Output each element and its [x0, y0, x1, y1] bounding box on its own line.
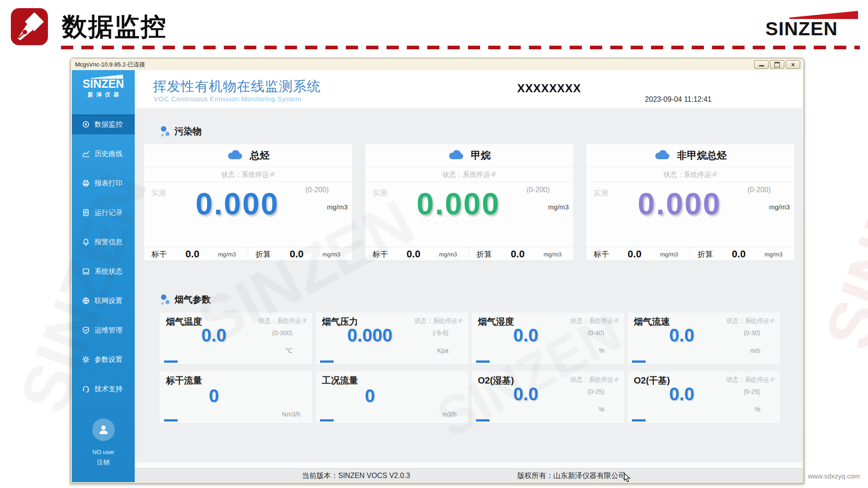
- parameter-value: 0.0: [627, 384, 736, 404]
- maximize-icon: [774, 62, 780, 67]
- pollutant-subvalue: 标干 0.0 mg/m3: [144, 247, 248, 261]
- sidebar-item-label: 系统状态: [94, 267, 123, 276]
- subvalue-unit: mg/m3: [543, 251, 561, 258]
- vnc-client-area: SINZEN 新泽仪器 数据监控历史曲线报表打印运行记录报警信息系统状态联网设置…: [72, 70, 802, 482]
- subvalue-number: 0.0: [185, 248, 199, 260]
- app-title: 挥发性有机物在线监测系统: [153, 77, 321, 96]
- page-title: 数据监控: [62, 10, 167, 44]
- sidebar-item-support[interactable]: 技术支持: [72, 379, 135, 399]
- pollutant-subvalue: 标干 0.0 mg/m3: [365, 247, 469, 261]
- window-title: McgsVnc-10.9.85.2-已连接: [75, 61, 145, 69]
- sidebar-item-monitor[interactable]: 数据监控: [72, 114, 135, 134]
- flue-gas-card: 标干流量0 Nm3/h: [160, 371, 312, 423]
- card-accent-dash: [476, 360, 490, 363]
- subvalue-label: 折算: [476, 249, 492, 260]
- close-button[interactable]: ×: [786, 60, 800, 69]
- pollutant-section-header: 污染物: [160, 125, 202, 137]
- pollutant-card: 非甲烷总烃 状态：系统停运-F 实测 (0-200) 0.000 mg/m3 标…: [586, 144, 794, 261]
- pollutant-subvalue: 折算 0.0 mg/m3: [469, 247, 573, 261]
- parameter-value: 0: [316, 386, 424, 406]
- pollutant-section-title: 污染物: [175, 125, 202, 137]
- pollutant-card-body: 实测 (0-200) 0.000 mg/m3: [586, 182, 794, 247]
- monitor-icon: [82, 120, 90, 128]
- range-label: (0-25): [588, 388, 604, 395]
- parameter-unit: Nm3/h: [282, 411, 301, 418]
- parameter-unit: m3/h: [443, 411, 457, 418]
- pollutant-name: 非甲烷总烃: [677, 149, 727, 162]
- website-link[interactable]: www.sdxzyq.com: [808, 472, 860, 480]
- card-accent-dash: [164, 360, 178, 363]
- subvalue-unit: mg/m3: [439, 251, 457, 258]
- pollutant-card-footer: 标干 0.0 mg/m3 折算 0.0 mg/m3: [365, 247, 573, 261]
- status-text: 状态：系统停运-F: [144, 167, 352, 182]
- mouse-cursor: [624, 473, 631, 484]
- logout-button[interactable]: 注销: [72, 459, 135, 467]
- sidebar-item-history-curve[interactable]: 历史曲线: [72, 144, 135, 164]
- pollutant-cards: 总烃 状态：系统停运-F 实测 (0-200) 0.000 mg/m3 标干 0…: [144, 144, 794, 261]
- status-text: 状态：系统停运-F: [259, 317, 307, 325]
- minimize-button[interactable]: [754, 60, 769, 69]
- flue-gas-section-title: 烟气参数: [175, 294, 211, 306]
- range-label: (0-300): [272, 329, 292, 336]
- subvalue-number: 0.0: [511, 248, 525, 260]
- sidebar-item-system-status[interactable]: 系统状态: [72, 261, 135, 281]
- parameter-value: 0.0: [627, 325, 736, 346]
- maximize-button[interactable]: [770, 60, 784, 69]
- ops-shield-icon: [82, 326, 90, 334]
- dashboard-content: 污染物 总烃 状态：系统停运-F 实测 (0-200) 0.000 mg/m3 …: [135, 108, 802, 462]
- flue-gas-card: 烟气湿度状态：系统停运-F(0-40)0.0 %: [472, 313, 624, 365]
- bottom-strip: [135, 462, 802, 469]
- parameter-name: 标干流量: [166, 374, 202, 387]
- sidebar-logo-subtext: 新泽仪器: [75, 91, 135, 99]
- app-subtitle: VOC Continuous Emission Monitoring Syste…: [154, 95, 301, 103]
- flue-gas-card: 工况流量0 m3/h: [316, 371, 468, 423]
- subvalue-unit: mg/m3: [322, 251, 340, 258]
- subvalue-label: 折算: [698, 249, 713, 260]
- pollutant-value: 0.000: [144, 186, 330, 221]
- subvalue-number: 0.0: [406, 248, 420, 260]
- flue-gas-card: 烟气温度状态：系统停运-F(0-300)0.0 ℃: [160, 313, 312, 365]
- sidebar-item-label: 数据监控: [94, 120, 123, 129]
- sidebar-item-label: 联网设置: [94, 296, 123, 306]
- pollutant-card-header: 甲烷: [365, 144, 573, 167]
- subvalue-number: 0.0: [732, 248, 746, 260]
- sidebar-item-printer[interactable]: 报表打印: [72, 173, 135, 193]
- parameter-value: 0: [160, 386, 268, 406]
- card-accent-dash: [476, 419, 490, 422]
- pollutant-card-header: 总烃: [144, 144, 352, 167]
- vnc-window: McgsVnc-10.9.85.2-已连接 × SINZEN 新泽仪器 数据监控…: [70, 58, 804, 484]
- flue-gas-card: O2(湿基)状态：系统停运-F(0-25)0.0 %: [472, 371, 624, 423]
- pollutant-card-footer: 标干 0.0 mg/m3 折算 0.0 mg/m3: [144, 247, 352, 261]
- sidebar-logo-text: SINZEN: [72, 78, 135, 90]
- avatar[interactable]: [92, 418, 115, 441]
- sidebar-item-gear[interactable]: 参数设置: [72, 350, 135, 370]
- pollutant-card-footer: 标干 0.0 mg/m3 折算 0.0 mg/m3: [586, 247, 794, 261]
- parameter-unit: %: [599, 347, 604, 354]
- support-icon: [82, 385, 90, 393]
- page: 数据监控 SINZEN SINZEN SINZEN SINZEN SINZEN …: [0, 0, 868, 488]
- sidebar-logo: SINZEN 新泽仪器: [72, 75, 135, 99]
- pollutant-subvalue: 标干 0.0 mg/m3: [586, 247, 690, 261]
- parameter-unit: ℃: [285, 347, 292, 354]
- sidebar-item-alarm[interactable]: 报警信息: [72, 232, 135, 252]
- subvalue-label: 标干: [373, 249, 388, 260]
- version-text: 当前版本：SINZEN VOCS V2.0.3: [302, 471, 410, 481]
- flue-gas-card: O2(干基)状态：系统停运-F(0-25)0.0 %: [627, 371, 780, 423]
- parameter-unit: Kpa: [437, 347, 448, 354]
- parameter-value: 0.000: [316, 325, 424, 346]
- sidebar-item-record[interactable]: 运行记录: [72, 203, 135, 223]
- subvalue-number: 0.0: [627, 248, 642, 260]
- minimize-icon: [759, 65, 764, 66]
- network-icon: [82, 297, 90, 305]
- pollutant-subvalue: 折算 0.0 mg/m3: [248, 247, 352, 261]
- main-area: 挥发性有机物在线监测系统 VOC Continuous Emission Mon…: [135, 70, 802, 482]
- sidebar-item-network[interactable]: 联网设置: [72, 291, 135, 311]
- pollutant-name: 总烃: [250, 149, 270, 162]
- sinzen-logo: SINZEN: [765, 11, 858, 40]
- status-text: 状态：系统停运-F: [571, 317, 619, 325]
- status-text: 状态：系统停运-F: [726, 317, 775, 325]
- flue-gas-card: 烟气压力状态：系统停运-F(-5-5)0.000 Kpa: [316, 313, 468, 365]
- sidebar-item-ops-shield[interactable]: 运维管理: [72, 320, 135, 340]
- app-header: 挥发性有机物在线监测系统 VOC Continuous Emission Mon…: [135, 70, 802, 109]
- datetime: 2023-09-04 11:12:41: [641, 95, 712, 104]
